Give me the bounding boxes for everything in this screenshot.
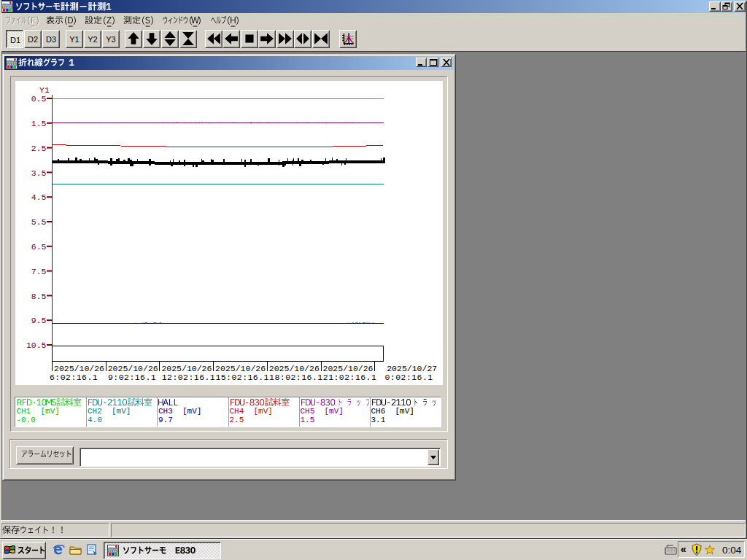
svg-text:7.5: 7.5 <box>31 267 47 276</box>
svg-text:2.5: 2.5 <box>31 144 47 153</box>
svg-text:21:02:16.1: 21:02:16.1 <box>323 373 377 382</box>
svg-text:4.5: 4.5 <box>31 192 47 202</box>
svg-text:6:02:16.1: 6:02:16.1 <box>50 373 98 382</box>
svg-text:1.5: 1.5 <box>31 119 47 128</box>
svg-text:5.5: 5.5 <box>31 217 47 227</box>
svg-text:8.5: 8.5 <box>31 292 47 301</box>
svg-text:6.5: 6.5 <box>31 242 47 252</box>
svg-text:3.5: 3.5 <box>31 168 47 178</box>
svg-text:0:02:16.1: 0:02:16.1 <box>385 373 433 382</box>
svg-text:10.5: 10.5 <box>26 341 47 350</box>
svg-text:9.5: 9.5 <box>31 316 47 325</box>
svg-text:0.5: 0.5 <box>31 94 47 104</box>
svg-text:15:02:16.1: 15:02:16.1 <box>215 373 269 382</box>
svg-text:9:02:16.1: 9:02:16.1 <box>108 373 156 382</box>
svg-text:Y1: Y1 <box>39 85 50 95</box>
svg-text:12:02:16.1: 12:02:16.1 <box>162 373 216 382</box>
svg-text:18:02:16.1: 18:02:16.1 <box>269 373 323 382</box>
